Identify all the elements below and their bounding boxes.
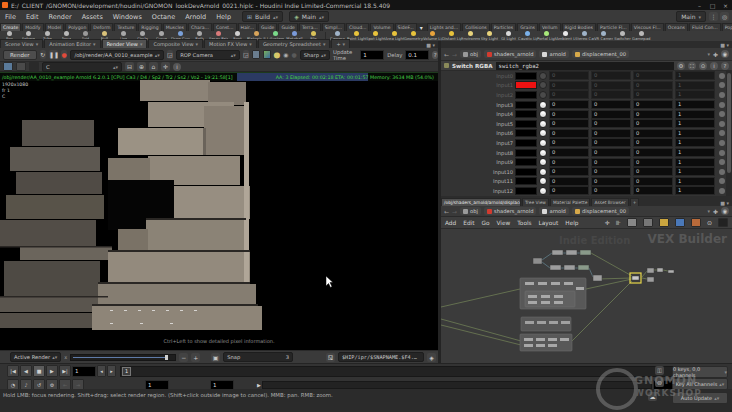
param-a-field[interactable]: 1 — [675, 138, 715, 147]
shelf-tab[interactable]: Rigging — [138, 23, 161, 31]
network-menu-item[interactable]: Help — [565, 220, 578, 226]
param-b-field[interactable]: 0 — [633, 119, 673, 128]
rop-selector[interactable]: /obj/render/AA_0010_example▴▾ — [70, 50, 163, 60]
frame-marker[interactable]: 1 — [122, 367, 131, 376]
shelf-tab[interactable]: Create — [0, 23, 21, 31]
pane-tab[interactable]: Scene View▾ — [0, 39, 43, 48]
shelf-tab[interactable]: SideF... — [395, 23, 417, 31]
next-key-icon[interactable]: ▸ — [107, 365, 116, 377]
main-right-selector[interactable]: Main▾ — [676, 11, 706, 22]
color-swatch[interactable] — [515, 129, 537, 137]
key-channels-icon[interactable]: ⊜ — [655, 378, 664, 387]
shelf-tab[interactable]: Collisions — [462, 23, 490, 31]
color-wheel-icon[interactable] — [539, 120, 547, 128]
breadcrumb-item[interactable]: displacement_00 — [572, 207, 629, 215]
color-swatch[interactable] — [515, 168, 537, 176]
image-toggle-icon[interactable] — [3, 62, 13, 71]
color-wheel-icon[interactable] — [539, 91, 547, 99]
param-r-field[interactable]: 0 — [549, 110, 589, 119]
color-wheel-icon[interactable] — [539, 168, 547, 176]
render-viewport[interactable]: /obj/render/AA_0010_example Arnold 6.2.0… — [0, 72, 438, 350]
network-tab[interactable]: Tree View — [522, 198, 549, 206]
network-menu-item[interactable]: View — [497, 220, 511, 226]
param-b-field[interactable]: 0 — [633, 90, 673, 99]
shelf-tab[interactable]: Chara... — [188, 23, 212, 31]
param-a-field[interactable]: 1 — [675, 71, 715, 80]
update-time-field[interactable]: 1 — [360, 50, 384, 60]
checker-bg-icon[interactable] — [252, 50, 260, 59]
shelf-tab[interactable]: Deform — [90, 23, 113, 31]
render-mode-selector[interactable]: Active Render▴▾ — [10, 352, 61, 362]
param-b-field[interactable]: 0 — [633, 167, 673, 176]
param-b-field[interactable]: 0 — [633, 129, 673, 138]
network-menu-item[interactable]: Add — [445, 220, 456, 226]
shelf-tab[interactable]: Viscous Fl... — [631, 23, 664, 31]
snapshot-field[interactable]: Snap3 — [223, 352, 293, 362]
color-swatch[interactable] — [515, 81, 537, 89]
shelf-tool[interactable]: Volume Light — [423, 31, 442, 41]
param-menu-icon[interactable] — [719, 102, 725, 108]
desktop-selector[interactable]: ⊞Build▴▾ — [242, 11, 283, 22]
color-wheel-icon[interactable] — [539, 110, 547, 118]
param-b-field[interactable]: 0 — [633, 158, 673, 167]
param-g-field[interactable]: 0 — [591, 138, 631, 147]
pane-tab[interactable]: Geometry Spreadsheet▾ — [258, 39, 331, 48]
param-a-field[interactable]: 1 — [675, 129, 715, 138]
menu-item[interactable]: Edit — [21, 13, 44, 21]
pane-tab[interactable]: +▾ — [331, 39, 350, 48]
shelf-tab[interactable]: Hair... — [238, 23, 257, 31]
menu-item[interactable]: Assets — [77, 13, 108, 21]
shelf-tool[interactable]: Switcher — [613, 31, 632, 41]
menu-item[interactable]: File — [0, 13, 21, 21]
param-menu-icon[interactable] — [719, 188, 725, 194]
net-link-icon[interactable]: ◉ — [721, 207, 729, 215]
param-menu-icon[interactable] — [719, 159, 725, 165]
param-menu-icon[interactable] — [719, 82, 725, 88]
shelf-tab[interactable]: Model — [45, 23, 65, 31]
split-toggle-icon[interactable] — [16, 62, 26, 71]
param-g-field[interactable]: 0 — [591, 167, 631, 176]
color-swatch[interactable] — [515, 149, 537, 157]
breadcrumb-item[interactable]: obj — [460, 207, 481, 215]
pane-tab[interactable]: Render View▾ — [102, 39, 148, 48]
param-g-field[interactable]: 0 — [591, 148, 631, 157]
param-a-field[interactable]: 1 — [675, 167, 715, 176]
back-icon[interactable]: ← — [444, 51, 449, 58]
param-g-field[interactable]: 0 — [591, 177, 631, 186]
breadcrumb-item[interactable]: displacement_00 — [572, 50, 629, 58]
color-swatch[interactable] — [515, 120, 537, 128]
param-r-field[interactable]: 0 — [549, 81, 589, 90]
breadcrumb-item[interactable]: obj — [460, 50, 481, 58]
param-r-field[interactable]: 0 — [549, 119, 589, 128]
render-image[interactable] — [0, 80, 438, 338]
menu-item[interactable]: Windows — [108, 13, 147, 21]
color-wheel-icon[interactable] — [539, 81, 547, 89]
param-g-field[interactable]: 0 — [591, 100, 631, 109]
network-tab[interactable]: /obj/shaders_arnold/arnold/displacement — [441, 198, 521, 206]
param-r-field[interactable]: 0 — [549, 167, 589, 176]
shelf-tool[interactable]: GI Light — [499, 31, 518, 41]
snapshot-path-field[interactable]: $HIP/ipr/$SNAPNAME.$F4.$... — [338, 352, 424, 362]
save-snapshot-icon[interactable]: 🖫 — [326, 353, 335, 362]
param-r-field[interactable]: 0 — [549, 138, 589, 147]
gear-icon[interactable]: ⚙ — [677, 62, 685, 70]
current-frame-field[interactable]: 1 — [72, 366, 96, 377]
net-folder-icon[interactable] — [659, 218, 669, 227]
param-a-field[interactable]: 1 — [675, 158, 715, 167]
pause-render-icon[interactable]: ❚❚ — [49, 50, 58, 59]
param-b-field[interactable]: 0 — [633, 110, 673, 119]
net-minimap-icon[interactable] — [718, 218, 728, 227]
param-r-field[interactable]: 0 — [549, 129, 589, 138]
stop-button[interactable]: ■ — [33, 365, 45, 377]
param-menu-icon[interactable] — [719, 111, 725, 117]
param-menu-icon[interactable] — [719, 140, 725, 146]
shelf-tab[interactable]: Texture — [114, 23, 137, 31]
param-g-field[interactable]: 0 — [591, 81, 631, 90]
shelf-tab[interactable]: Simpl... — [322, 23, 345, 31]
breadcrumb-item[interactable]: arnold — [539, 207, 568, 215]
shelf-tab[interactable]: Vellum — [539, 23, 561, 31]
shelf-tab[interactable]: Terra... — [299, 23, 321, 31]
link-icon[interactable]: ◉ — [721, 50, 729, 58]
main-toolbar-selector[interactable]: ◈Main▴▾ — [289, 11, 329, 22]
compare-toggle-icon[interactable] — [29, 62, 39, 71]
